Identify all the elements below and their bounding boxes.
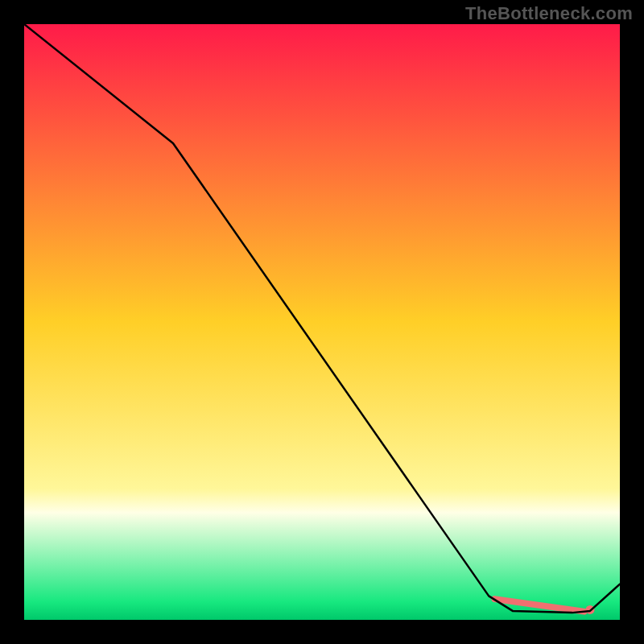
gradient-background: [24, 24, 620, 620]
chart-frame: TheBottleneck.com: [0, 0, 644, 644]
chart-svg: [24, 24, 620, 620]
plot-area: [24, 24, 620, 620]
watermark-text: TheBottleneck.com: [465, 3, 633, 24]
